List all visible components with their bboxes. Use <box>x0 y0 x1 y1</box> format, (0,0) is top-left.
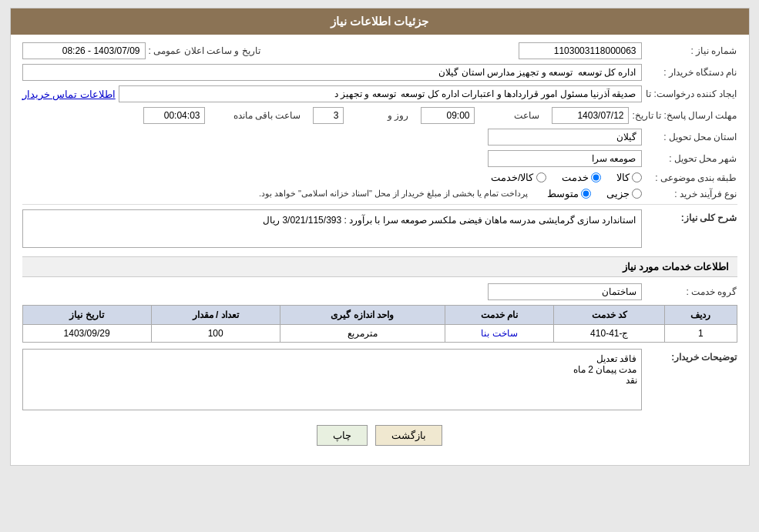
creator-input[interactable] <box>119 85 642 102</box>
category-kala-item: کالا <box>616 172 642 183</box>
col-date: تاریخ نیاز <box>22 306 151 325</box>
service-group-label: گروه خدمت : <box>645 286 737 297</box>
button-bar: بازگشت چاپ <box>22 417 737 457</box>
send-date-row: مهلت ارسال پاسخ: تا تاریخ: ساعت روز و سا… <box>22 107 737 124</box>
buyer-org-label: نام دستگاه خریدار : <box>645 67 737 78</box>
buyer-notes-row: توضیحات خریدار: <box>22 349 737 413</box>
cell-code-0: ج-41-410 <box>554 325 665 343</box>
page-title: جزئیات اطلاعات نیاز <box>331 15 428 28</box>
category-kala-khedmat-label: کالا/خدمت <box>491 172 534 183</box>
send-time-label: ساعت <box>478 110 539 121</box>
category-row: طبقه بندی موضوعی : کالا خدمت کالا/خدمت <box>22 172 737 183</box>
process-label: نوع فرآیند خرید : <box>645 189 737 199</box>
description-wrapper <box>22 209 642 250</box>
col-name: نام خدمت <box>445 306 554 325</box>
cell-row-0: 1 <box>665 325 737 343</box>
creator-label: ایجاد کننده درخواست: تا <box>645 89 737 99</box>
page-header: جزئیات اطلاعات نیاز <box>11 8 749 35</box>
need-number-label: شماره نیاز : <box>645 45 737 56</box>
process-radio-group: جزیی متوسط <box>547 188 642 199</box>
process-row: نوع فرآیند خرید : جزیی متوسط پرداخت تمام… <box>22 188 737 199</box>
process-jozi-radio[interactable] <box>632 189 642 199</box>
process-jozi-label: جزیی <box>606 188 630 199</box>
cell-name-0: ساخت بنا <box>445 325 554 343</box>
process-motavaset-label: متوسط <box>547 188 579 199</box>
service-group-input[interactable] <box>488 283 642 300</box>
divider1 <box>22 204 737 205</box>
category-khedmat-label: خدمت <box>562 172 589 183</box>
description-textarea[interactable] <box>22 209 642 248</box>
city-label: شهر محل تحویل : <box>645 153 737 164</box>
table-header: ردیف کد خدمت نام خدمت واحد اندازه گیری ت… <box>22 306 737 325</box>
services-section-title: اطلاعات خدمات مورد نیاز <box>22 256 737 277</box>
services-table: ردیف کد خدمت نام خدمت واحد اندازه گیری ت… <box>22 305 737 343</box>
remaining-input[interactable] <box>143 107 205 124</box>
send-date-label: مهلت ارسال پاسخ: تا تاریخ: <box>632 110 737 121</box>
col-qty: تعداد / مقدار <box>151 306 280 325</box>
content-area: شماره نیاز : تاریخ و ساعت اعلان عمومی : … <box>11 35 749 465</box>
notes-wrapper <box>22 349 642 413</box>
days-label: روز و <box>347 110 408 121</box>
province-input[interactable] <box>488 129 642 146</box>
process-jozi-item: جزیی <box>606 188 642 199</box>
creator-row: ایجاد کننده درخواست: تا اطلاعات تماس خری… <box>22 85 737 102</box>
service-group-row: گروه خدمت : <box>22 283 737 300</box>
col-row: ردیف <box>665 306 737 325</box>
send-date-input[interactable] <box>552 107 629 124</box>
category-label: طبقه بندی موضوعی : <box>645 172 737 183</box>
buyer-notes-label: توضیحات خریدار: <box>645 349 737 363</box>
province-label: استان محل تحویل : <box>645 132 737 142</box>
process-motavaset-radio[interactable] <box>581 189 591 199</box>
process-desc: پرداخت تمام یا بخشی از مبلغ خریدار از مح… <box>259 189 529 199</box>
description-row: شرح کلی نیاز: <box>22 209 737 250</box>
city-input[interactable] <box>488 150 642 167</box>
days-input[interactable] <box>313 107 344 124</box>
process-motavaset-item: متوسط <box>547 188 591 199</box>
category-khedmat-item: خدمت <box>562 172 601 183</box>
buyer-notes-textarea[interactable] <box>22 349 642 410</box>
remaining-label: ساعت باقی مانده <box>208 110 301 121</box>
city-row: شهر محل تحویل : <box>22 150 737 167</box>
cell-unit-0: مترمربع <box>280 325 445 343</box>
category-kala-khedmat-radio[interactable] <box>536 172 546 182</box>
buyer-org-row: نام دستگاه خریدار : <box>22 64 737 81</box>
buyer-org-input[interactable] <box>22 64 642 81</box>
announcement-input[interactable] <box>22 42 146 59</box>
announcement-label: تاریخ و ساعت اعلان عمومی : <box>149 45 260 56</box>
province-row: استان محل تحویل : <box>22 129 737 146</box>
table-header-row: ردیف کد خدمت نام خدمت واحد اندازه گیری ت… <box>22 306 737 325</box>
back-button[interactable]: بازگشت <box>375 425 442 446</box>
description-label: شرح کلی نیاز: <box>645 209 737 223</box>
print-button[interactable]: چاپ <box>317 425 368 446</box>
main-container: جزئیات اطلاعات نیاز شماره نیاز : تاریخ و… <box>10 8 750 466</box>
need-number-row: شماره نیاز : تاریخ و ساعت اعلان عمومی : <box>22 42 737 59</box>
col-unit: واحد اندازه گیری <box>280 306 445 325</box>
category-radio-group: کالا خدمت کالا/خدمت <box>491 172 642 183</box>
table-row: 1 ج-41-410 ساخت بنا مترمربع 100 1403/09/… <box>22 325 737 343</box>
category-kala-khedmat-item: کالا/خدمت <box>491 172 546 183</box>
category-kala-label: کالا <box>616 172 630 183</box>
creator-contact-link[interactable]: اطلاعات تماس خریدار <box>22 89 116 100</box>
category-khedmat-radio[interactable] <box>591 172 601 182</box>
col-code: کد خدمت <box>554 306 665 325</box>
send-time-input[interactable] <box>421 107 475 124</box>
category-kala-radio[interactable] <box>632 172 642 182</box>
cell-date-0: 1403/09/29 <box>22 325 151 343</box>
table-body: 1 ج-41-410 ساخت بنا مترمربع 100 1403/09/… <box>22 325 737 343</box>
need-number-input[interactable] <box>519 42 642 59</box>
cell-qty-0: 100 <box>151 325 280 343</box>
